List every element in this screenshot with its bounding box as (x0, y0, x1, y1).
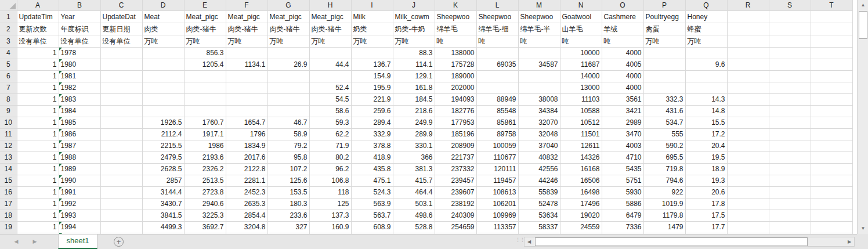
cell-A11[interactable]: 1 (17, 129, 59, 140)
cell-L6[interactable] (476, 71, 518, 82)
cell-Q6[interactable] (685, 71, 727, 82)
row-header-8[interactable]: 8 (0, 94, 17, 106)
cell-I16[interactable]: 524.3 (351, 187, 393, 199)
cell-L1[interactable]: Sheepwoo (476, 11, 518, 23)
cell-E5[interactable]: 1205.4 (184, 59, 226, 71)
cell-A9[interactable]: 1 (17, 106, 59, 117)
cell-A19[interactable]: 1 (17, 222, 59, 233)
cell-J11[interactable]: 289.9 (393, 129, 435, 140)
col-header-N[interactable]: N (560, 0, 602, 11)
cell-Q18[interactable]: 17.5 (685, 210, 727, 222)
cell-A2[interactable]: 更新次数 (17, 23, 59, 35)
scroll-down-icon[interactable]: ▼ (858, 224, 868, 233)
cell-L13[interactable]: 110677 (476, 152, 518, 164)
cell-P10[interactable]: 534.7 (643, 117, 685, 129)
cell-D6[interactable] (142, 71, 184, 82)
cell-B3[interactable]: 没有单位 (59, 35, 100, 48)
cell-M18[interactable]: 53634 (518, 210, 560, 222)
cell-R7[interactable] (727, 82, 769, 94)
cell-C5[interactable] (100, 59, 142, 71)
cell-T2[interactable] (811, 23, 852, 35)
cell-L19[interactable]: 113357 (476, 222, 518, 233)
cell-M13[interactable]: 40832 (518, 152, 560, 164)
cell-A10[interactable]: 1 (17, 117, 59, 129)
cell-C17[interactable] (100, 199, 142, 210)
cell-M11[interactable]: 32048 (518, 129, 560, 140)
cell-M7[interactable] (518, 82, 560, 94)
cell-P2[interactable]: 禽蛋 (643, 23, 685, 35)
cell-J9[interactable]: 218.6 (393, 106, 435, 117)
cell-M3[interactable]: 吨 (518, 35, 560, 48)
cell-D17[interactable]: 3430.7 (142, 199, 184, 210)
row-header-5[interactable]: 5 (0, 59, 17, 71)
cell-O12[interactable]: 4003 (602, 140, 643, 152)
cell-T16[interactable] (811, 187, 852, 199)
cell-B14[interactable]: 1989 (59, 164, 100, 175)
cell-H5[interactable]: 44.4 (309, 59, 351, 71)
cell-H10[interactable]: 59.3 (309, 117, 351, 129)
cell-P8[interactable]: 332.3 (643, 94, 685, 106)
cell-O3[interactable]: 吨 (602, 35, 643, 48)
cell-F9[interactable] (226, 106, 267, 117)
cell-J17[interactable]: 503.1 (393, 199, 435, 210)
cell-M5[interactable]: 34587 (518, 59, 560, 71)
cell-L2[interactable]: 绵羊毛-细 (476, 23, 518, 35)
cell-S18[interactable] (769, 210, 811, 222)
cell-H6[interactable] (309, 71, 351, 82)
cell-K11[interactable]: 185196 (435, 129, 476, 140)
cell-C14[interactable] (100, 164, 142, 175)
cell-S13[interactable] (769, 152, 811, 164)
cell-S1[interactable] (769, 11, 811, 23)
cell-G5[interactable]: 26.9 (267, 59, 309, 71)
cell-H16[interactable]: 118 (309, 187, 351, 199)
cell-J16[interactable]: 464.4 (393, 187, 435, 199)
cell-P5[interactable] (643, 59, 685, 71)
cell-N14[interactable]: 16168 (560, 164, 602, 175)
cell-N6[interactable]: 14000 (560, 71, 602, 82)
cell-M12[interactable]: 37040 (518, 140, 560, 152)
cell-S8[interactable] (769, 94, 811, 106)
cell-E12[interactable]: 1986 (184, 140, 226, 152)
cell-A7[interactable]: 1 (17, 82, 59, 94)
cell-R18[interactable] (727, 210, 769, 222)
cell-D3[interactable]: 万吨 (142, 35, 184, 48)
cell-Q11[interactable]: 17.2 (685, 129, 727, 140)
cell-B7[interactable]: 1982 (59, 82, 100, 94)
cell-N10[interactable]: 10512 (560, 117, 602, 129)
cell-F1[interactable]: Meat_pigc (226, 11, 267, 23)
cell-N3[interactable]: 吨 (560, 35, 602, 48)
cell-N1[interactable]: Goatwool (560, 11, 602, 23)
cell-O11[interactable]: 3470 (602, 129, 643, 140)
row-header-15[interactable]: 15 (0, 175, 17, 187)
cell-P6[interactable] (643, 71, 685, 82)
cell-C3[interactable]: 没有单位 (100, 35, 142, 48)
cell-S7[interactable] (769, 82, 811, 94)
cell-E4[interactable]: 856.3 (184, 48, 226, 59)
cell-B16[interactable]: 1991 (59, 187, 100, 199)
cell-S10[interactable] (769, 117, 811, 129)
cell-M16[interactable]: 55839 (518, 187, 560, 199)
cell-J19[interactable]: 528.8 (393, 222, 435, 233)
cell-H2[interactable]: 肉类-猪牛 (309, 23, 351, 35)
cell-R12[interactable] (727, 140, 769, 152)
cell-M15[interactable]: 44246 (518, 175, 560, 187)
cell-H3[interactable]: 万吨 (309, 35, 351, 48)
cell-L14[interactable]: 120111 (476, 164, 518, 175)
cell-R2[interactable] (727, 23, 769, 35)
cell-H11[interactable]: 62.2 (309, 129, 351, 140)
cell-P19[interactable]: 1479 (643, 222, 685, 233)
cell-C9[interactable] (100, 106, 142, 117)
row-header-1[interactable]: 1 (0, 11, 17, 23)
add-sheet-button[interactable]: + (114, 237, 124, 247)
col-header-C[interactable]: C (100, 0, 142, 11)
cell-D2[interactable]: 肉类 (142, 23, 184, 35)
col-header-T[interactable]: T (811, 0, 852, 11)
cell-K18[interactable]: 240309 (435, 210, 476, 222)
cell-M6[interactable] (518, 71, 560, 82)
cell-I19[interactable]: 608.9 (351, 222, 393, 233)
cell-A1[interactable]: UpdateTim (17, 11, 59, 23)
cell-N16[interactable]: 16498 (560, 187, 602, 199)
cell-P14[interactable]: 719.8 (643, 164, 685, 175)
scroll-left-icon[interactable]: ◀ (525, 237, 534, 246)
cell-A5[interactable]: 1 (17, 59, 59, 71)
